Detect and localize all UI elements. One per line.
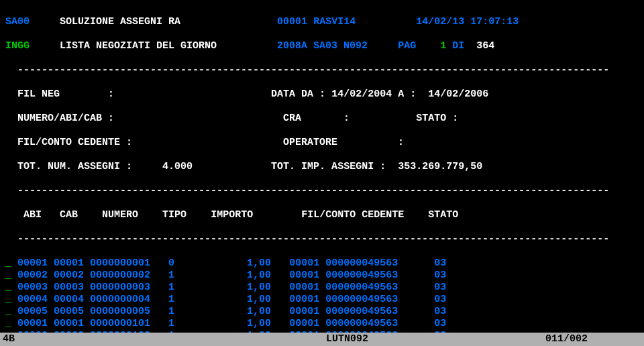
divider: ----------------------------------------…: [5, 64, 639, 76]
cell-abi: 00004: [11, 294, 48, 305]
cra-label: CRA: [283, 113, 301, 124]
cell-importo: 1,00: [174, 294, 271, 305]
cell-numero: 0000000001: [84, 257, 150, 269]
status-bar: 4B LUTN092 011/002: [0, 333, 644, 346]
row-selector[interactable]: _: [5, 318, 11, 329]
data-da-label: DATA DA :: [271, 89, 325, 100]
program-id: RASVI14: [313, 16, 356, 27]
cell-conto: 000000049563: [319, 294, 398, 305]
cell-cab: 00004: [48, 294, 84, 305]
tot-imp-assegni: 353.269.779,50: [398, 161, 482, 172]
cell-conto: 000000049563: [319, 270, 398, 281]
fil-conto-cedente-label: FIL/CONTO CEDENTE :: [17, 137, 132, 148]
cell-conto: 000000049563: [319, 306, 398, 317]
row-selector[interactable]: _: [5, 306, 11, 317]
col-cab: CAB: [60, 209, 78, 221]
col-tipo: TIPO: [162, 209, 186, 221]
table-row[interactable]: _ 00001 00001 0000000101 1 1,00 00001 00…: [5, 318, 639, 330]
row-selector[interactable]: _: [5, 282, 11, 293]
cell-tipo: 1: [150, 318, 174, 329]
fil-neg-label: FIL NEG: [17, 89, 60, 100]
cell-stato: 03: [398, 294, 446, 305]
cell-cab: 00001: [48, 318, 84, 329]
divider: ----------------------------------------…: [5, 233, 639, 245]
filter-line-3: FIL/CONTO CEDENTE : OPERATORE :: [5, 137, 639, 149]
hdr-time: 17:07:13: [470, 16, 519, 27]
cell-abi: 00001: [11, 257, 48, 269]
hdr-code2: 00001: [277, 16, 307, 27]
stato-label: STATO :: [416, 113, 458, 124]
terminal-screen: SA00 SOLUZIONE ASSEGNI RA 00001 RASVI14 …: [0, 0, 644, 346]
cell-numero: 0000000004: [84, 294, 150, 305]
cell-abi: 00003: [11, 282, 48, 293]
col-abi: ABI: [23, 209, 42, 221]
divider: ----------------------------------------…: [5, 185, 639, 197]
status-mid: LUTN092: [149, 333, 545, 345]
cell-abi: 00001: [11, 318, 48, 329]
status-left: 4B: [3, 333, 15, 345]
cell-numero: 0000000101: [84, 318, 150, 329]
table-row[interactable]: _ 00002 00002 0000000002 1 1,00 00001 00…: [5, 270, 639, 282]
cell-abi: 00005: [11, 306, 48, 317]
cell-conto: 000000049563: [319, 257, 398, 269]
hdr-code4: 2008A SA03 N092: [277, 40, 368, 52]
cell-stato: 03: [398, 257, 446, 269]
cell-fil: 00001: [271, 270, 319, 281]
cell-cab: 00001: [48, 257, 84, 269]
cell-tipo: 1: [150, 270, 174, 281]
cell-conto: 000000049563: [319, 282, 398, 293]
pag-di: DI: [452, 40, 464, 52]
filter-line-1: FIL NEG : DATA DA : 14/02/2004 A : 14/02…: [5, 89, 639, 101]
cell-fil: 00001: [271, 282, 319, 293]
hdr-date: 14/02/13: [416, 16, 464, 27]
cell-importo: 1,00: [174, 318, 271, 329]
screen-title-1: SOLUZIONE ASSEGNI RA: [60, 16, 180, 27]
col-stato: STATO: [428, 209, 458, 221]
tot-num-assegni-label: TOT. NUM. ASSEGNI :: [17, 161, 132, 172]
filter-line-4: TOT. NUM. ASSEGNI : 4.000 TOT. IMP. ASSE…: [5, 161, 639, 173]
subcode[interactable]: INGG: [5, 40, 30, 52]
cell-fil: 00001: [271, 257, 319, 269]
table-row[interactable]: _ 00003 00003 0000000003 1 1,00 00001 00…: [5, 282, 639, 294]
tx-code[interactable]: SA00: [5, 16, 30, 27]
cell-stato: 03: [398, 282, 446, 293]
data-da-value[interactable]: 14/02/2004: [331, 89, 392, 100]
numero-abi-cab-label: NUMERO/ABI/CAB :: [17, 113, 114, 124]
cell-tipo: 0: [150, 257, 174, 269]
cell-stato: 03: [398, 270, 446, 281]
cell-abi: 00002: [11, 270, 48, 281]
tot-num-assegni: 4.000: [162, 161, 193, 172]
cell-stato: 03: [398, 306, 446, 317]
cell-fil: 00001: [271, 306, 319, 317]
cell-fil: 00001: [271, 318, 319, 329]
cell-stato: 03: [398, 318, 446, 329]
cell-fil: 00001: [271, 294, 319, 305]
row-selector[interactable]: _: [5, 270, 11, 281]
cell-tipo: 1: [150, 282, 174, 293]
row-selector[interactable]: _: [5, 294, 11, 305]
pag-total: 364: [476, 40, 494, 52]
cell-importo: 1,00: [174, 270, 271, 281]
cell-tipo: 1: [150, 306, 174, 317]
col-numero: NUMERO: [102, 209, 138, 221]
cell-numero: 0000000002: [84, 270, 150, 281]
cell-importo: 1,00: [174, 306, 271, 317]
table-row[interactable]: _ 00005 00005 0000000005 1 1,00 00001 00…: [5, 306, 639, 318]
cell-importo: 1,00: [174, 257, 271, 269]
cell-conto: 000000049563: [319, 318, 398, 329]
operatore-label: OPERATORE: [283, 137, 337, 148]
a-label: A :: [398, 89, 416, 100]
cell-numero: 0000000003: [84, 282, 150, 293]
data-a-value[interactable]: 14/02/2006: [428, 89, 488, 100]
cell-cab: 00005: [48, 306, 84, 317]
pag-label: PAG: [398, 40, 416, 52]
col-importo: IMPORTO: [211, 209, 253, 221]
cell-tipo: 1: [150, 294, 174, 305]
table-row[interactable]: _ 00004 00004 0000000004 1 1,00 00001 00…: [5, 294, 639, 306]
cell-cab: 00002: [48, 270, 84, 281]
table-row[interactable]: _ 00001 00001 0000000001 0 1,00 00001 00…: [5, 257, 639, 270]
col-filconto: FIL/CONTO CEDENTE: [301, 209, 404, 221]
column-headers: ABI CAB NUMERO TIPO IMPORTO FIL/CONTO CE…: [5, 209, 639, 221]
row-selector[interactable]: _: [5, 257, 11, 269]
cell-cab: 00003: [48, 282, 84, 293]
